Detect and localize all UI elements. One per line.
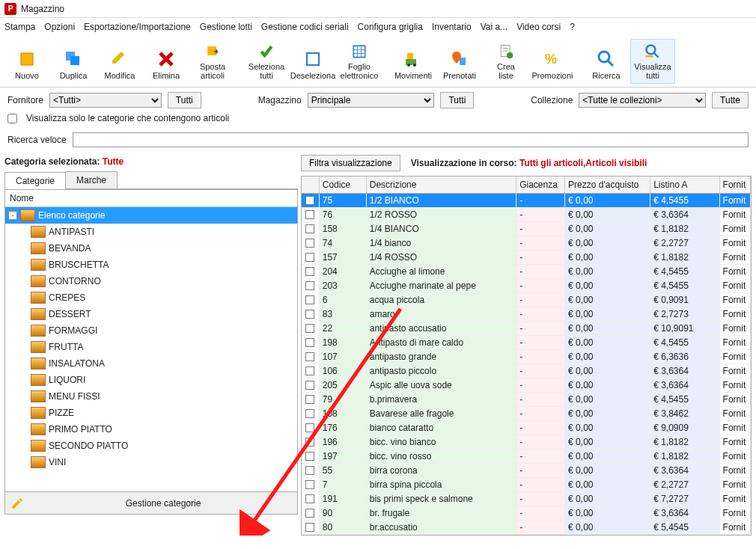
row-checkbox[interactable]	[305, 480, 314, 489]
collezione-select[interactable]: <Tutte le collezioni>	[579, 93, 706, 108]
table-row[interactable]: 741/4 bianco-€ 0,00€ 2,2727Fornit	[302, 236, 751, 251]
table-row[interactable]: 751/2 BIANCO-€ 0,00€ 4,5455Fornit	[302, 194, 751, 208]
collapse-icon[interactable]: -	[8, 211, 17, 220]
row-checkbox[interactable]	[305, 196, 314, 205]
fornitore-select[interactable]: <Tutti>	[49, 93, 162, 108]
row-checkbox[interactable]	[305, 452, 314, 461]
category-item[interactable]: VINI	[5, 454, 297, 470]
table-row[interactable]: 7birra spina piccola-€ 0,00€ 2,2727Forni…	[302, 478, 751, 492]
row-checkbox[interactable]	[305, 523, 314, 532]
menu-item[interactable]: Video corsi	[516, 22, 561, 32]
table-row[interactable]: 191bis primi speck e salmone-€ 0,00€ 7,2…	[302, 492, 751, 506]
category-item[interactable]: BRUSCHETTA	[5, 257, 297, 273]
tree-header[interactable]: Nome	[5, 190, 297, 207]
table-row[interactable]: 108Bavarese alle fragole-€ 0,00€ 3,8462F…	[302, 407, 751, 421]
tab-categorie[interactable]: Categorie	[4, 172, 66, 189]
col-codice[interactable]: Codice	[320, 177, 367, 193]
table-row[interactable]: 761/2 ROSSO-€ 0,00€ 3,6364Fornit	[302, 208, 751, 222]
toolbar-visualizza-tutti[interactable]: Visualizzatutti	[630, 39, 675, 84]
category-item[interactable]: LIQUORI	[5, 372, 297, 388]
toolbar-promozioni[interactable]: %Promozioni	[530, 39, 575, 84]
menu-item[interactable]: Configura griglia	[358, 22, 423, 32]
row-checkbox[interactable]	[305, 494, 314, 503]
menu-item[interactable]: Gestione codici seriali	[261, 22, 349, 32]
menu-item[interactable]: Esportazione/Importazione	[84, 22, 191, 32]
toolbar-sposta-articoli[interactable]: Spostaarticoli	[190, 39, 235, 84]
toolbar-duplica[interactable]: Duplica	[51, 39, 96, 84]
menu-item[interactable]: Gestione lotti	[200, 22, 252, 32]
table-row[interactable]: 204Acciughe al limone-€ 0,00€ 4,5455Forn…	[302, 265, 751, 279]
table-row[interactable]: 176bianco cataratto-€ 0,00€ 9,0909Fornit	[302, 421, 751, 435]
category-item[interactable]: PIZZE	[5, 405, 297, 421]
category-item[interactable]: MENU FISSI	[5, 388, 297, 405]
table-row[interactable]: 198Antipasto di mare caldo-€ 0,00€ 4,545…	[302, 336, 751, 350]
row-checkbox[interactable]	[305, 381, 314, 390]
table-row[interactable]: 22antipasto accusatio-€ 0,00€ 10,9091For…	[302, 322, 751, 336]
col-listino[interactable]: Listino A	[650, 177, 719, 193]
category-item[interactable]: FRUTTA	[5, 339, 297, 355]
col-prezzo[interactable]: Prezzo d'acquisto	[565, 177, 650, 193]
table-row[interactable]: 90br. frugale-€ 0,00€ 3,6364Fornit	[302, 506, 751, 521]
magazzino-select[interactable]: Principale	[308, 93, 435, 108]
category-item[interactable]: ANTIPASTI	[5, 224, 297, 240]
row-checkbox[interactable]	[305, 395, 314, 404]
toolbar-nuovo[interactable]: Nuovo	[4, 39, 49, 84]
tree-root[interactable]: -Elenco categorie	[5, 207, 297, 224]
row-checkbox[interactable]	[305, 409, 314, 418]
row-checkbox[interactable]	[305, 509, 314, 518]
table-row[interactable]: 106antipasto piccolo-€ 0,00€ 3,6364Forni…	[302, 364, 751, 378]
col-descrizione[interactable]: Descrizione	[367, 177, 516, 193]
only-cats-with-items-checkbox[interactable]	[7, 114, 17, 123]
row-checkbox[interactable]	[305, 423, 314, 432]
toolbar-seleziona-tutti[interactable]: Selezionatutti	[244, 39, 289, 84]
filtra-visualizzazione-button[interactable]: Filtra visualizzazione	[301, 155, 400, 171]
category-item[interactable]: FORMAGGI	[5, 322, 297, 339]
row-checkbox[interactable]	[305, 210, 314, 219]
table-row[interactable]: 1581/4 BIANCO-€ 0,00€ 1,8182Fornit	[302, 222, 751, 236]
toolbar-modifica[interactable]: Modifica	[97, 39, 142, 84]
toolbar-movimenti[interactable]: Movimenti	[391, 39, 436, 84]
row-checkbox[interactable]	[305, 366, 314, 375]
row-checkbox[interactable]	[305, 224, 314, 233]
row-checkbox[interactable]	[305, 466, 314, 475]
category-item[interactable]: CREPES	[5, 289, 297, 306]
menu-item[interactable]: Inventario	[432, 22, 472, 32]
table-row[interactable]: 83amaro-€ 0,00€ 2,7273Fornit	[302, 307, 751, 322]
table-row[interactable]: 6acqua piccola-€ 0,00€ 0,9091Fornit	[302, 293, 751, 307]
toolbar-foglio-elettronico[interactable]: Foglioelettronico	[337, 39, 382, 84]
category-item[interactable]: DESSERT	[5, 306, 297, 322]
quicksearch-input[interactable]	[73, 132, 749, 147]
category-item[interactable]: INSALATONA	[5, 355, 297, 372]
gestione-categorie-button[interactable]: Gestione categorie	[4, 492, 298, 515]
toolbar-elimina[interactable]: Elimina	[144, 39, 189, 84]
toolbar-prenotati[interactable]: Prenotati	[437, 39, 482, 84]
table-row[interactable]: 197bicc. vino rosso-€ 0,00€ 1,8182Fornit	[302, 450, 751, 464]
row-checkbox[interactable]	[305, 267, 314, 276]
menu-item[interactable]: Stampa	[4, 22, 35, 32]
menu-item[interactable]: ?	[570, 22, 575, 32]
category-item[interactable]: BEVANDA	[5, 240, 297, 257]
row-checkbox[interactable]	[305, 239, 314, 248]
toolbar-deseleziona[interactable]: Deseleziona	[290, 39, 335, 84]
table-row[interactable]: 203Acciughe marinate al pepe-€ 0,00€ 4,5…	[302, 279, 751, 293]
collezione-tutte-button[interactable]: Tutte	[712, 92, 749, 108]
tab-marche[interactable]: Marche	[65, 171, 118, 188]
row-checkbox[interactable]	[305, 324, 314, 333]
table-row[interactable]: 107antipasto grande-€ 0,00€ 6,3636Fornit	[302, 350, 751, 364]
row-checkbox[interactable]	[305, 438, 314, 447]
row-checkbox[interactable]	[305, 295, 314, 304]
table-row[interactable]: 80br.accusatio-€ 0,00€ 5,4545Fornit	[302, 521, 751, 535]
row-checkbox[interactable]	[305, 352, 314, 361]
col-giacenza[interactable]: Giacenza	[516, 177, 565, 193]
row-checkbox[interactable]	[305, 253, 314, 262]
table-row[interactable]: 1571/4 ROSSO-€ 0,00€ 1,8182Fornit	[302, 251, 751, 265]
table-row[interactable]: 79b.primavera-€ 0,00€ 4,5455Fornit	[302, 393, 751, 407]
toolbar-crea-liste[interactable]: Crealiste	[484, 39, 528, 84]
menu-item[interactable]: Vai a...	[481, 22, 507, 32]
menu-item[interactable]: Opzioni	[44, 22, 75, 32]
fornitore-tutti-button[interactable]: Tutti	[168, 92, 201, 108]
table-row[interactable]: 196bicc. vino bianco-€ 0,00€ 1,8182Forni…	[302, 435, 751, 450]
table-row[interactable]: 205Aspic alle uova sode-€ 0,00€ 3,6364Fo…	[302, 378, 751, 393]
category-item[interactable]: CONTORNO	[5, 273, 297, 289]
category-item[interactable]: SECONDO PIATTO	[5, 438, 297, 454]
